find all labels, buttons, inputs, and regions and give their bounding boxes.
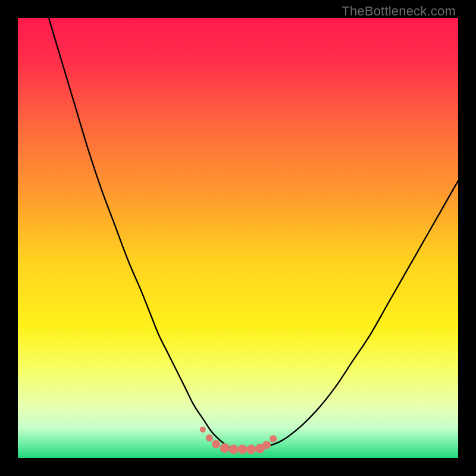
plot-area <box>18 18 458 458</box>
chart-svg <box>18 18 458 458</box>
marker-dot <box>246 444 256 454</box>
marker-dot <box>229 444 239 454</box>
marker-dot <box>237 444 247 454</box>
marker-dot <box>262 441 271 449</box>
bottleneck-curve <box>49 18 458 450</box>
marker-dot <box>212 440 220 448</box>
marker-dot <box>206 434 213 441</box>
marker-dot <box>220 443 230 453</box>
watermark-text: TheBottleneck.com <box>342 4 456 19</box>
marker-dot <box>200 427 206 433</box>
marker-dot <box>270 435 277 442</box>
outer-frame: TheBottleneck.com <box>0 0 476 476</box>
